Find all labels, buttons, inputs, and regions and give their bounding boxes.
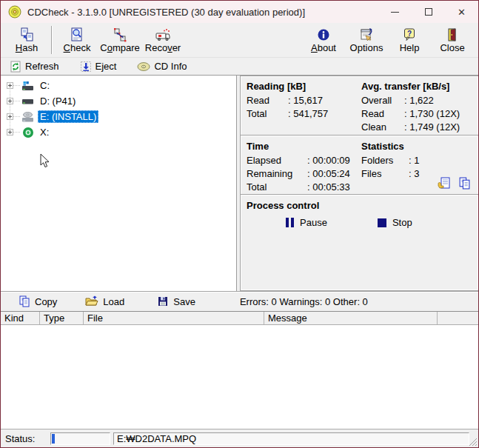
stat-label: Files [361,167,409,181]
stat-value: : 3 [409,167,419,181]
expand-plus-icon[interactable] [7,82,13,89]
resize-grip[interactable] [468,437,478,447]
stat-value: : 541,757 [288,107,328,121]
hard-drive-icon [21,96,35,107]
expand-plus-icon[interactable] [7,113,13,120]
tree-item-label: X: [38,126,51,138]
tree-connector [13,85,20,86]
hash-label: Hash [16,43,38,53]
results-toolbar: Copy Load Save Errors: 0 Warnings: 0 Oth… [1,291,478,311]
close-app-label: Close [440,43,464,53]
app-cd-icon[interactable] [8,5,21,19]
stat-value: : 00:00:09 [307,154,350,167]
refresh-label: Refresh [25,61,59,72]
network-drive-icon [21,127,35,138]
drive-tree: C: D: (P41) [1,76,237,291]
tree-item-label-selected: E: (INSTALL) [38,110,98,123]
close-app-button[interactable]: Close [431,24,474,56]
pause-label: Pause [300,217,327,228]
tree-connector [13,116,20,117]
system-drive-icon [21,80,35,92]
tree-item-label: C: [38,79,52,92]
refresh-button[interactable]: Refresh [10,59,59,74]
stats-panel: Reading [kB] Read: 15,617 Total: 541,757… [240,76,478,291]
cdcheck-window: CDCheck - 3.1.9.0 [UNREGISTERED (30 day … [0,0,479,448]
save-label: Save [173,296,195,307]
progress-bar [50,432,110,445]
about-button[interactable]: About [302,24,345,56]
copy-results-button[interactable]: Copy [19,293,57,310]
compare-icon [113,27,127,42]
tree-connector [13,132,20,133]
check-button[interactable]: Check [56,24,98,56]
hash-button[interactable]: Hash [5,24,48,56]
window-title: CDCheck - 3.1.9.0 [UNREGISTERED (30 day … [27,7,305,18]
tree-connector [13,101,20,101]
svg-text:?: ? [407,29,412,37]
stop-icon [378,218,386,227]
current-file-path: E:₩D2DATA.MPQ [113,432,469,445]
minimize-button[interactable] [378,1,412,23]
stat-label: Remaining [247,167,307,181]
eject-icon [80,61,92,73]
stat-value: : 00:05:24 [307,167,350,181]
eject-button[interactable]: Eject [80,59,117,74]
stat-value: : 00:05:33 [307,181,350,194]
tree-item-label: D: (P41) [38,95,78,107]
close-button[interactable]: ✕ [445,1,478,23]
stat-label: Overall [361,94,404,107]
column-header-file[interactable]: File [84,312,264,324]
results-list [1,325,478,429]
tree-item-drive-d[interactable]: D: (P41) [1,93,236,109]
cd-info-label: CD Info [154,61,187,72]
check-label: Check [64,43,91,53]
stat-label: Elapsed [247,154,307,167]
expand-plus-icon[interactable] [7,129,13,136]
column-header-message[interactable]: Message [264,312,438,324]
save-results-button[interactable]: Save [157,293,195,310]
stat-label: Clean [361,121,404,134]
tree-item-drive-c[interactable]: C: [1,78,236,93]
copy-report-icon[interactable] [458,177,471,190]
hash-icon [19,27,34,42]
cd-info-button[interactable]: CD Info [137,59,187,74]
pause-icon [286,218,294,227]
transfer-title: Avg. transfer [kB/s] [361,81,460,92]
main-toolbar: Hash Check Compare [1,23,478,57]
drive-toolbar: Refresh Eject CD Info [1,57,478,75]
stat-value: : 1 [409,154,419,167]
stat-label: Folders [361,154,409,167]
recover-button[interactable]: Recover [141,24,184,56]
load-results-button[interactable]: Load [85,293,124,310]
compare-button[interactable]: Compare [98,24,141,56]
options-button[interactable]: Options [345,24,388,56]
column-header-kind[interactable]: Kind [1,312,40,324]
recover-icon [155,27,171,42]
tree-item-drive-e[interactable]: E: (INSTALL) [1,109,236,124]
column-header-type[interactable]: Type [40,312,84,324]
pause-button[interactable]: Pause [286,217,327,228]
compare-label: Compare [100,43,139,53]
copy-label: Copy [35,296,57,307]
error-counts: Errors: 0 Warnings: 0 Other: 0 [240,296,368,307]
save-report-icon[interactable] [438,177,451,190]
about-info-icon [316,27,331,42]
maximize-icon [425,8,432,16]
options-icon [359,27,374,42]
stat-value: : 1,622 [404,94,434,107]
stat-label: Read [247,94,288,107]
status-label: Status: [5,433,35,444]
stat-label: Read [361,107,404,121]
refresh-icon [10,61,21,73]
help-button[interactable]: ? Help [388,24,431,56]
expand-plus-icon[interactable] [7,98,13,104]
reading-section: Reading [kB] Read: 15,617 Total: 541,757… [241,76,478,135]
cd-info-icon [137,61,150,72]
options-label: Options [350,43,383,53]
help-label: Help [400,43,420,53]
stop-button[interactable]: Stop [378,217,412,228]
eject-label: Eject [96,61,117,72]
maximize-button[interactable] [412,1,445,23]
close-icon: ✕ [458,7,466,17]
tree-item-drive-x[interactable]: X: [1,124,236,140]
